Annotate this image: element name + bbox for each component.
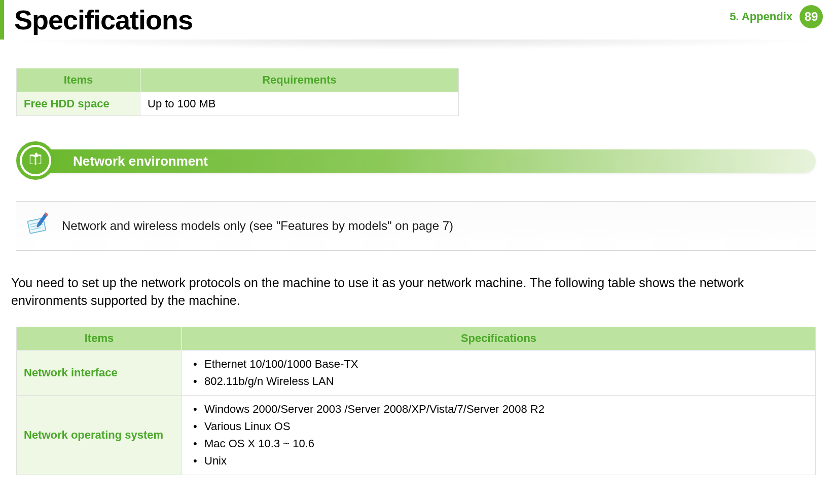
requirements-table: Items Requirements Free HDD space Up to …	[16, 68, 459, 116]
intro-paragraph: You need to set up the network protocols…	[11, 274, 816, 309]
header-right: 5. Appendix 89	[730, 5, 823, 28]
value-cell: Up to 100 MB	[140, 92, 459, 116]
chapter-label: 5. Appendix	[730, 10, 792, 23]
table-row: Free HDD space Up to 100 MB	[17, 92, 459, 116]
list-item: Windows 2000/Server 2003 /Server 2008/XP…	[201, 401, 808, 418]
list-item: 802.11b/g/n Wireless LAN	[201, 373, 808, 390]
item-cell: Network operating system	[17, 396, 182, 475]
value-cell: Windows 2000/Server 2003 /Server 2008/XP…	[182, 396, 816, 475]
list-item: Mac OS X 10.3 ~ 10.6	[201, 435, 808, 452]
item-cell: Network interface	[17, 351, 182, 396]
header-shadow	[0, 40, 832, 54]
page-title: Specifications	[14, 4, 193, 35]
page: Specifications 5. Appendix 89 Items Requ…	[0, 0, 832, 504]
table-row: Network operating system Windows 2000/Se…	[17, 396, 816, 475]
page-header: Specifications 5. Appendix 89	[0, 0, 832, 40]
col-items: Items	[17, 327, 182, 351]
note-text: Network and wireless models only (see "F…	[62, 219, 453, 233]
requirements-table-container: Items Requirements Free HDD space Up to …	[16, 68, 832, 116]
svg-rect-1	[35, 152, 37, 154]
item-cell: Free HDD space	[17, 92, 140, 116]
section-bar: Network environment	[37, 149, 816, 173]
list-item: Ethernet 10/100/1000 Base-TX	[201, 356, 808, 373]
page-number-badge: 89	[800, 5, 823, 28]
section-heading: Network environment	[16, 140, 816, 181]
note-icon	[22, 211, 51, 241]
specs-table-container: Items Specifications Network interface E…	[16, 326, 816, 475]
list-item: Unix	[201, 452, 808, 470]
table-header-row: Items Specifications	[17, 327, 816, 351]
specs-table: Items Specifications Network interface E…	[16, 326, 816, 475]
section-title: Network environment	[73, 153, 208, 169]
list-item: Various Linux OS	[201, 418, 808, 435]
col-requirements: Requirements	[140, 68, 459, 92]
col-items: Items	[17, 68, 140, 92]
value-cell: Ethernet 10/100/1000 Base-TX 802.11b/g/n…	[182, 351, 816, 396]
table-row: Network interface Ethernet 10/100/1000 B…	[17, 351, 816, 396]
spec-list: Ethernet 10/100/1000 Base-TX 802.11b/g/n…	[189, 356, 808, 390]
spec-list: Windows 2000/Server 2003 /Server 2008/XP…	[189, 401, 808, 470]
note-box: Network and wireless models only (see "F…	[16, 201, 816, 251]
table-header-row: Items Requirements	[17, 68, 459, 92]
book-icon	[22, 147, 49, 174]
section-icon-ring	[16, 141, 55, 180]
accent-bar	[0, 0, 4, 40]
col-specs: Specifications	[182, 327, 816, 351]
